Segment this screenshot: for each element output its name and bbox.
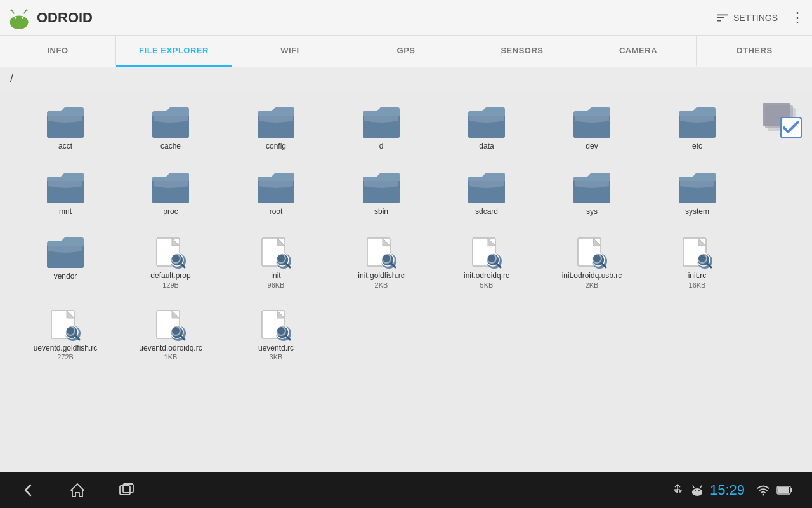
svg-rect-69 xyxy=(778,487,789,493)
folder-item[interactable]: sys xyxy=(544,164,639,225)
folder-name: sdcard xyxy=(475,207,498,217)
file-item[interactable]: init.rc 16KB xyxy=(650,229,745,297)
svg-point-2 xyxy=(15,17,17,19)
folder-name: acct xyxy=(58,142,72,152)
folder-icon xyxy=(152,172,189,204)
file-grid: acct cache config d xyxy=(13,97,799,371)
breadcrumb-path: / xyxy=(10,72,13,85)
file-item[interactable]: init.goldfish.rc 2KB xyxy=(334,229,429,297)
breadcrumb: / xyxy=(0,67,812,90)
svg-rect-59 xyxy=(123,484,133,493)
file-item[interactable]: init.odroidq.rc 5KB xyxy=(439,229,534,297)
folder-name: mnt xyxy=(59,207,72,217)
folder-name: cache xyxy=(160,142,181,152)
folder-item[interactable]: config xyxy=(228,99,324,159)
folder-item[interactable]: sdcard xyxy=(439,164,534,225)
file-size: 2KB xyxy=(586,281,599,289)
file-item[interactable]: ueventd.rc 3KB xyxy=(228,302,324,369)
settings-button[interactable]: SETTINGS xyxy=(716,11,778,25)
tab-sensors[interactable]: SENSORS xyxy=(464,36,580,67)
folder-name: config xyxy=(266,142,286,152)
battery-icon xyxy=(776,485,793,495)
tab-gps[interactable]: GPS xyxy=(348,36,464,67)
file-size: 16KB xyxy=(689,281,706,289)
folder-item[interactable]: d xyxy=(334,99,429,159)
file-name: init.goldfish.rc xyxy=(358,271,404,281)
svg-point-66 xyxy=(763,494,764,496)
svg-rect-58 xyxy=(120,486,130,495)
folder-name: vendor xyxy=(54,272,77,282)
android-status-icon xyxy=(691,484,704,497)
usb-icon xyxy=(671,483,684,497)
file-size: 3KB xyxy=(270,353,283,361)
folder-name: d xyxy=(379,142,384,152)
file-size: 129B xyxy=(162,281,179,289)
file-icon xyxy=(681,237,714,270)
file-item[interactable]: ueventd.goldfish.rc 272B xyxy=(18,302,113,369)
file-name: ueventd.odroidq.rc xyxy=(139,344,202,354)
folder-item[interactable]: cache xyxy=(123,99,218,159)
wifi-icon xyxy=(756,485,770,496)
folder-icon xyxy=(679,172,716,204)
folder-item[interactable]: dev xyxy=(544,99,639,159)
file-name: default.prop xyxy=(150,271,190,281)
folder-icon xyxy=(363,172,400,204)
tab-bar: INFO FILE EXPLORER WIFI GPS SENSORS CAME… xyxy=(0,36,812,67)
main-content: acct cache config d xyxy=(0,90,812,472)
file-size: 1KB xyxy=(164,353,178,361)
folder-item[interactable]: acct xyxy=(18,99,113,159)
settings-label: SETTINGS xyxy=(733,13,778,23)
file-item[interactable]: ueventd.odroidq.rc 1KB xyxy=(123,302,218,369)
svg-line-64 xyxy=(693,486,694,488)
file-name: init xyxy=(271,271,280,281)
file-icon xyxy=(259,237,292,270)
tab-info[interactable]: INFO xyxy=(0,36,116,67)
folder-name: root xyxy=(270,207,283,217)
folder-name: system xyxy=(685,207,709,217)
file-name: init.odroidq.rc xyxy=(464,271,509,281)
file-item[interactable]: default.prop 129B xyxy=(123,229,218,297)
more-options-icon[interactable]: ⋮ xyxy=(790,10,804,26)
folder-item[interactable]: system xyxy=(650,164,745,225)
app-title: ODROID xyxy=(37,10,716,26)
file-icon xyxy=(154,237,187,270)
tab-file-explorer[interactable]: FILE EXPLORER xyxy=(116,36,232,67)
folder-name: data xyxy=(479,142,494,152)
home-button[interactable] xyxy=(69,481,86,499)
folder-name: dev xyxy=(586,142,598,152)
folder-item[interactable]: sbin xyxy=(334,164,429,225)
nav-buttons xyxy=(19,481,671,499)
settings-icon xyxy=(716,11,730,25)
top-bar: ODROID SETTINGS ⋮ xyxy=(0,0,812,36)
folder-icon xyxy=(152,107,189,138)
folder-name: sys xyxy=(586,207,598,217)
folder-item[interactable]: mnt xyxy=(18,164,113,225)
tab-wifi[interactable]: WIFI xyxy=(232,36,348,67)
back-button[interactable] xyxy=(19,481,37,499)
file-name: init.odroidq.usb.rc xyxy=(562,271,622,281)
folder-name: proc xyxy=(163,207,178,217)
folder-item[interactable]: vendor xyxy=(18,229,113,297)
folder-item[interactable]: etc xyxy=(650,99,745,159)
tab-others[interactable]: OTHERS xyxy=(697,36,812,67)
folder-icon xyxy=(258,172,294,204)
app-logo xyxy=(8,6,30,29)
svg-point-62 xyxy=(695,490,696,491)
bottom-bar: 15:29 xyxy=(0,472,812,508)
folder-name: etc xyxy=(692,142,702,152)
tab-camera[interactable]: CAMERA xyxy=(580,36,697,67)
multiselect-icon[interactable] xyxy=(761,97,806,141)
file-size: 96KB xyxy=(268,281,285,289)
file-item[interactable]: init.odroidq.usb.rc 2KB xyxy=(544,229,639,297)
file-size: 272B xyxy=(57,353,74,361)
folder-item[interactable]: proc xyxy=(123,164,218,225)
folder-icon xyxy=(47,107,84,138)
svg-point-3 xyxy=(22,17,24,19)
svg-point-63 xyxy=(698,490,700,491)
file-item[interactable]: init 96KB xyxy=(228,229,324,297)
folder-item[interactable]: data xyxy=(439,99,534,159)
recents-button[interactable] xyxy=(118,481,136,499)
svg-rect-61 xyxy=(692,490,702,495)
folder-item[interactable]: root xyxy=(228,164,324,225)
folder-icon xyxy=(363,107,400,138)
